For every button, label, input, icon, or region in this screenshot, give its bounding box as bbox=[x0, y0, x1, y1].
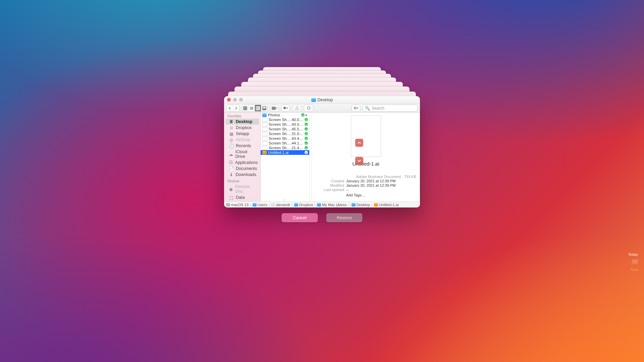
add-tags-link[interactable]: Add Tags… bbox=[346, 193, 365, 197]
grid-icon: ▦ bbox=[229, 132, 234, 136]
column-resize-handle[interactable]: || bbox=[261, 198, 309, 201]
sidebar-item-label: Remote Disc bbox=[235, 184, 256, 194]
path-segment[interactable]: Untitled-1.ai bbox=[374, 203, 399, 207]
file-row[interactable]: Screen Sh….45.59 PM bbox=[261, 127, 309, 131]
action-menu[interactable]: ✱▾ bbox=[281, 105, 290, 112]
file-row[interactable]: Screen Sh….43.42 PM bbox=[261, 136, 309, 141]
file-row[interactable]: Untitled-1.ai bbox=[261, 150, 309, 155]
path-separator: › bbox=[268, 203, 270, 207]
tag-button[interactable] bbox=[304, 105, 313, 112]
dropbox-menu[interactable]: ⧉▾ bbox=[352, 105, 360, 112]
cancel-button[interactable]: Cancel bbox=[282, 213, 318, 222]
sync-badge-icon bbox=[305, 141, 308, 145]
file-row[interactable]: Screen Sh….40.05 PM bbox=[261, 117, 309, 122]
zoom-button[interactable] bbox=[239, 98, 243, 102]
svg-rect-14 bbox=[274, 109, 275, 110]
view-gallery-button[interactable] bbox=[261, 105, 267, 111]
sidebar-item-documents[interactable]: 📄Documents bbox=[225, 166, 259, 172]
share-button[interactable] bbox=[292, 105, 302, 112]
sync-badge-icon bbox=[305, 137, 308, 140]
sidebar-item-applications[interactable]: ⒶApplications bbox=[225, 160, 259, 166]
disc-icon: ◉ bbox=[229, 187, 233, 191]
sidebar-item-remote-disc[interactable]: ◉Remote Disc bbox=[225, 184, 259, 194]
modified-label: Modified bbox=[315, 183, 344, 187]
sidebar-item-label: TM bbox=[236, 201, 242, 201]
image-icon bbox=[262, 122, 267, 127]
sidebar-item-airdrop[interactable]: ◎AirDrop bbox=[225, 137, 259, 143]
file-row[interactable]: Photos▶ bbox=[261, 113, 309, 117]
file-name: Screen Sh….31.08 PM bbox=[269, 132, 304, 136]
sidebar-item-recents[interactable]: 🕘Recents bbox=[225, 143, 259, 149]
sidebar-item-icloud-drive[interactable]: ☁iCloud Drive bbox=[225, 149, 259, 160]
sync-badge-icon bbox=[305, 118, 308, 121]
path-segment[interactable]: My Mac (Alexs- bbox=[317, 203, 347, 207]
path-label: Desktop bbox=[357, 203, 370, 207]
ruler-ticks bbox=[629, 260, 638, 264]
sidebar-header-devices: Devices bbox=[224, 178, 260, 184]
cloud-icon: ☁ bbox=[229, 152, 233, 157]
home-icon bbox=[271, 203, 275, 206]
path-separator: › bbox=[349, 203, 350, 207]
svg-rect-12 bbox=[274, 107, 275, 108]
back-button[interactable] bbox=[227, 105, 233, 111]
path-separator: › bbox=[291, 203, 293, 207]
sidebar-item-desktop[interactable]: 🖥Desktop bbox=[225, 119, 259, 125]
sync-badge-icon bbox=[305, 127, 308, 131]
sidebar-item-label: Recents bbox=[236, 143, 251, 148]
search-field[interactable]: 🔍 Search bbox=[363, 105, 418, 112]
timeline-up-button[interactable] bbox=[355, 139, 363, 147]
sidebar-item-setapp[interactable]: ▦Setapp bbox=[225, 131, 259, 137]
toolbar: ▾ ✱▾ ⧉▾ 🔍 Search bbox=[224, 104, 420, 113]
path-segment[interactable]: Desktop bbox=[352, 203, 370, 207]
sidebar-item-dropbox[interactable]: ⧈Dropbox bbox=[225, 125, 259, 131]
path-segment[interactable]: Users bbox=[253, 203, 267, 207]
path-separator: › bbox=[315, 203, 316, 207]
sidebar-item-downloads[interactable]: ⬇Downloads bbox=[225, 172, 259, 178]
sidebar-item-label: Applications bbox=[235, 160, 258, 165]
clock-icon: 🕘 bbox=[229, 144, 234, 148]
folder-icon bbox=[317, 203, 321, 206]
svg-rect-3 bbox=[246, 109, 247, 110]
restore-button[interactable]: Restore bbox=[326, 213, 363, 222]
svg-rect-7 bbox=[263, 107, 266, 109]
path-separator: › bbox=[371, 203, 373, 207]
file-row[interactable]: Screen Sh….43.54 PM bbox=[261, 122, 309, 127]
sync-badge-icon bbox=[305, 132, 308, 135]
search-placeholder: Search bbox=[372, 106, 384, 111]
chevron-right-icon: ▶ bbox=[306, 113, 308, 117]
file-row[interactable]: Screen Sh….31.08 PM bbox=[261, 131, 309, 136]
sync-badge-icon bbox=[305, 151, 308, 154]
path-label: alexandr bbox=[276, 203, 290, 207]
file-row[interactable]: Screen Sh….21.46 PM bbox=[261, 145, 309, 150]
file-name: Photos bbox=[268, 113, 300, 117]
view-list-button[interactable] bbox=[248, 105, 255, 111]
path-label: My Mac (Alexs- bbox=[322, 203, 347, 207]
path-segment[interactable]: macOS 13 bbox=[226, 203, 249, 207]
group-by[interactable]: ▾ bbox=[270, 105, 279, 112]
timeline-down-button[interactable] bbox=[355, 157, 363, 165]
column-browser: Photos▶Screen Sh….40.05 PMScreen Sh….43.… bbox=[261, 113, 420, 201]
path-separator: › bbox=[250, 203, 251, 207]
path-label: Users bbox=[258, 203, 267, 207]
minimize-button[interactable] bbox=[233, 98, 237, 102]
timeline-label: Today (Now) bbox=[347, 149, 371, 154]
sidebar-item-label: Dropbox bbox=[236, 125, 252, 130]
timeline-nav: Today (Now) bbox=[347, 139, 371, 165]
sidebar-item-label: iCloud Drive bbox=[235, 149, 256, 159]
folder-icon bbox=[253, 203, 257, 206]
sidebar-item-data[interactable]: ▢Data bbox=[225, 194, 259, 200]
svg-rect-9 bbox=[264, 109, 265, 110]
sidebar-item-label: AirDrop bbox=[236, 137, 250, 142]
close-button[interactable] bbox=[227, 98, 231, 102]
folder-icon bbox=[294, 203, 298, 206]
sync-badge-icon bbox=[301, 113, 305, 117]
hd-icon: ▢ bbox=[229, 195, 234, 200]
empty-column bbox=[310, 113, 312, 201]
path-segment[interactable]: Dropbox bbox=[294, 203, 313, 207]
path-segment[interactable]: alexandr bbox=[271, 203, 290, 207]
view-icons-button[interactable] bbox=[242, 105, 248, 111]
view-columns-button[interactable] bbox=[255, 105, 261, 111]
file-row[interactable]: Screen Sh….44.13 PM bbox=[261, 141, 309, 145]
forward-button[interactable] bbox=[233, 105, 239, 111]
sidebar-item-tm[interactable]: ▢TM bbox=[225, 200, 259, 201]
